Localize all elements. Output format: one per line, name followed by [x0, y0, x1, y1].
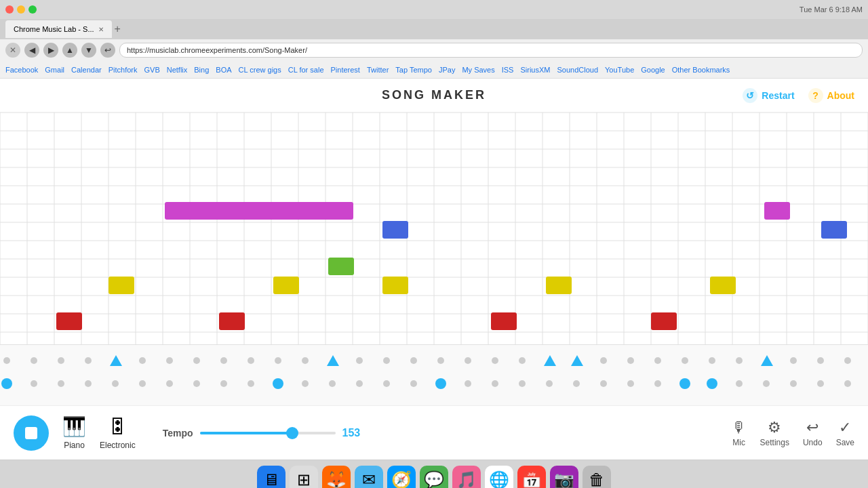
note-block[interactable]	[219, 312, 245, 330]
minimize-btn[interactable]	[17, 5, 25, 14]
bookmark-cl-sale[interactable]: CL for sale	[288, 66, 324, 74]
note-grid[interactable]	[0, 113, 868, 344]
drum-circle-inactive[interactable]	[546, 380, 553, 387]
drum-dot-inactive[interactable]	[85, 357, 92, 364]
drum-triangle[interactable]	[761, 355, 773, 366]
drum-dot-inactive[interactable]	[790, 357, 797, 364]
drum-circle-inactive[interactable]	[302, 380, 309, 387]
drum-dot-inactive[interactable]	[302, 357, 309, 364]
drum-circle-inactive[interactable]	[817, 380, 824, 387]
note-block[interactable]	[382, 221, 408, 239]
drum-circle-inactive[interactable]	[573, 380, 580, 387]
bookmark-siriusxm[interactable]: SiriusXM	[520, 66, 550, 74]
note-block[interactable]	[56, 312, 82, 330]
drum-dot-inactive[interactable]	[736, 357, 743, 364]
note-block[interactable]	[546, 277, 572, 294]
bookmark-youtube[interactable]: YouTube	[605, 66, 634, 74]
undo-control[interactable]: ↩ Undo	[803, 419, 823, 447]
bookmark-gmail[interactable]: Gmail	[45, 66, 64, 74]
drum-circle-active[interactable]	[679, 378, 690, 389]
note-block[interactable]	[108, 277, 134, 294]
drum-circle-inactive[interactable]	[356, 380, 363, 387]
drum-dot-inactive[interactable]	[356, 357, 363, 364]
bookmark-boa[interactable]: BOA	[216, 66, 231, 74]
drum-circle-active[interactable]	[435, 378, 446, 389]
about-button[interactable]: ? About	[808, 88, 854, 103]
drum-circle-inactive[interactable]	[112, 380, 119, 387]
drum-circle-inactive[interactable]	[58, 380, 64, 387]
drum-dot-inactive[interactable]	[817, 357, 824, 364]
tab-close-icon[interactable]: ✕	[98, 26, 104, 33]
bookmark-soundcloud[interactable]: SoundCloud	[557, 66, 598, 74]
drum-circle-inactive[interactable]	[736, 380, 743, 387]
electronic-instrument[interactable]: 🎛 Electronic	[100, 415, 136, 450]
drum-circle-inactive[interactable]	[519, 380, 526, 387]
drum-dot-inactive[interactable]	[220, 357, 227, 364]
drum-dot-inactive[interactable]	[844, 357, 851, 364]
drum-dot-inactive[interactable]	[682, 357, 688, 364]
drum-dot-inactive[interactable]	[383, 357, 390, 364]
dock-mail[interactable]: ✉	[355, 466, 383, 489]
browser-tab[interactable]: Chrome Music Lab - S... ✕	[5, 20, 112, 38]
dock-itunes[interactable]: 🎵	[452, 466, 481, 489]
dock-firefox[interactable]: 🦊	[322, 466, 351, 489]
bookmark-jpay[interactable]: JPay	[439, 66, 455, 74]
bookmark-mysaves[interactable]: My Saves	[462, 66, 494, 74]
dock-launchpad[interactable]: ⊞	[290, 466, 318, 489]
drum-area[interactable]	[0, 344, 868, 405]
drum-circle-inactive[interactable]	[763, 380, 770, 387]
maximize-btn[interactable]	[28, 5, 37, 14]
bookmark-other[interactable]: Other Bookmarks	[672, 66, 730, 74]
drum-dot-inactive[interactable]	[193, 357, 200, 364]
note-block[interactable]	[382, 277, 408, 294]
piano-instrument[interactable]: 🎹 Piano	[62, 415, 86, 450]
drum-dot-inactive[interactable]	[58, 357, 64, 364]
note-block[interactable]	[764, 202, 790, 220]
note-block[interactable]	[710, 277, 736, 294]
drum-circle-inactive[interactable]	[492, 380, 498, 387]
drum-dot-inactive[interactable]	[709, 357, 715, 364]
note-block[interactable]	[821, 221, 847, 239]
new-tab-btn[interactable]: +	[115, 23, 121, 35]
forward-button[interactable]: ▶	[43, 43, 58, 58]
drum-dot-inactive[interactable]	[3, 357, 10, 364]
bookmark-pinterest[interactable]: Pinterest	[331, 66, 360, 74]
mic-control[interactable]: 🎙 Mic	[732, 419, 747, 447]
bookmark-twitter[interactable]: Twitter	[367, 66, 389, 74]
drum-circle-active[interactable]	[1, 378, 12, 389]
drum-circle-inactive[interactable]	[85, 380, 92, 387]
drum-circle-inactive[interactable]	[627, 380, 634, 387]
note-block[interactable]	[165, 202, 353, 220]
dock-messages[interactable]: 💬	[420, 466, 448, 489]
drum-circle-inactive[interactable]	[166, 380, 173, 387]
bookmark-gvb[interactable]: GVB	[144, 66, 159, 74]
drum-circle-inactive[interactable]	[410, 380, 417, 387]
drum-circle-inactive[interactable]	[790, 380, 797, 387]
address-bar[interactable]: https://musiclab.chromeexperiments.com/S…	[119, 43, 863, 58]
bookmark-google[interactable]: Google	[641, 66, 665, 74]
bookmark-facebook[interactable]: Facebook	[5, 66, 38, 74]
drum-circle-inactive[interactable]	[248, 380, 254, 387]
settings-control[interactable]: ⚙ Settings	[760, 419, 789, 447]
drum-dot-inactive[interactable]	[166, 357, 173, 364]
drum-circle-inactive[interactable]	[220, 380, 227, 387]
drum-dot-inactive[interactable]	[31, 357, 37, 364]
back-button[interactable]: ✕	[5, 43, 20, 58]
note-block[interactable]	[328, 258, 354, 275]
drum-dot-inactive[interactable]	[600, 357, 607, 364]
reload-button[interactable]: ↩	[100, 43, 115, 58]
drum-circle-active[interactable]	[707, 378, 717, 389]
note-block[interactable]	[273, 277, 299, 294]
drum-dot-inactive[interactable]	[410, 357, 417, 364]
note-block[interactable]	[651, 312, 677, 330]
drum-dot-inactive[interactable]	[627, 357, 634, 364]
drum-dot-inactive[interactable]	[275, 357, 281, 364]
drum-triangle[interactable]	[327, 355, 339, 366]
drum-circle-inactive[interactable]	[139, 380, 146, 387]
note-block[interactable]	[491, 312, 517, 330]
bookmark-cl-crew[interactable]: CL crew gigs	[239, 66, 281, 74]
dock-chrome[interactable]: 🌐	[485, 466, 513, 489]
bookmark-taptempo[interactable]: Tap Tempo	[395, 66, 432, 74]
up-button[interactable]: ▲	[62, 43, 77, 58]
bookmark-pitchfork[interactable]: Pitchfork	[108, 66, 138, 74]
